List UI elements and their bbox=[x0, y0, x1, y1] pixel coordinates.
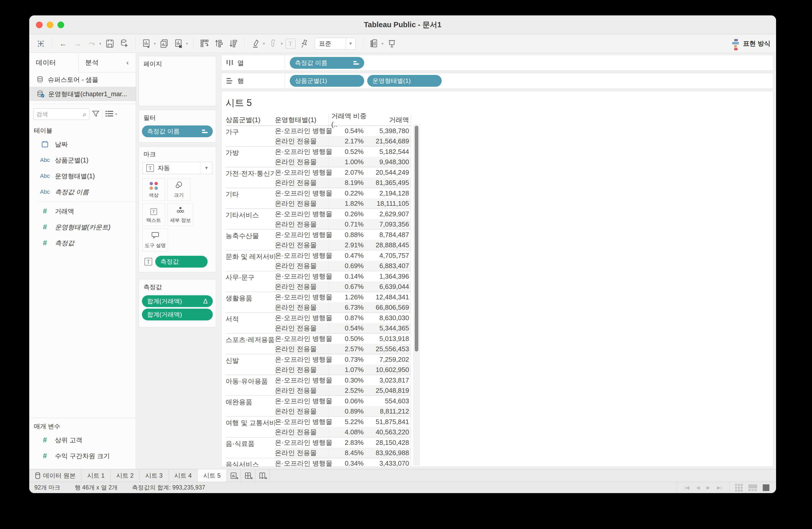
field-row[interactable]: 날짜 bbox=[29, 136, 136, 152]
view-as-caret-icon[interactable]: ▾ bbox=[115, 112, 117, 116]
measure-value-pill[interactable]: 합계(거래액)Δ bbox=[142, 295, 213, 307]
mark-type-select[interactable]: T 자동 ▼ bbox=[142, 162, 212, 174]
nav-prev-icon[interactable]: ◀ bbox=[696, 485, 700, 490]
table-row[interactable]: 온·오프라인 병행몰0.52%5,182,544 bbox=[275, 146, 411, 157]
fit-mode-select[interactable]: 표준 ▼ bbox=[315, 38, 356, 49]
duplicate-sheet-button[interactable] bbox=[158, 38, 170, 49]
table-row[interactable]: 온·오프라인 병행몰0.26%2,629,907 bbox=[275, 209, 411, 219]
field-row[interactable]: #측정값 bbox=[29, 235, 136, 251]
table-row[interactable]: 온라인 전용몰0.54%5,344,365 bbox=[275, 323, 411, 333]
table-row[interactable]: 온라인 전용몰4.08%40,563,220 bbox=[275, 427, 411, 437]
replay-button[interactable]: ⤳ bbox=[86, 38, 98, 49]
filter-fields-icon[interactable] bbox=[92, 110, 100, 119]
table-row[interactable]: 온·오프라인 병행몰0.88%8,784,487 bbox=[275, 230, 411, 240]
show-cards-view-icon[interactable] bbox=[735, 484, 743, 491]
marks-measure-pill[interactable]: 측정값 bbox=[155, 256, 208, 268]
table-row[interactable]: 온·오프라인 병행몰0.54%5,398,780 bbox=[275, 126, 411, 136]
columns-shelf[interactable]: 열 측정값 이름 bbox=[221, 55, 773, 71]
vertical-scrollbar[interactable] bbox=[414, 124, 420, 465]
table-category-cell[interactable]: 음식서비스 bbox=[226, 458, 275, 467]
pin-button[interactable] bbox=[298, 38, 310, 49]
show-me-button[interactable]: 표현 방식 bbox=[743, 39, 770, 48]
pages-card[interactable]: 페이지 bbox=[139, 56, 216, 106]
clear-sheet-button[interactable] bbox=[173, 38, 185, 49]
table-row[interactable]: 온·오프라인 병행몰0.47%4,705,757 bbox=[275, 250, 411, 261]
table-row[interactable]: 온·오프라인 병행몰5.22%51,875,841 bbox=[275, 417, 411, 427]
show-mark-labels-caret-icon[interactable]: ▾ bbox=[382, 41, 384, 46]
nav-next-icon[interactable]: ▶ bbox=[707, 485, 710, 490]
sort-descending-button[interactable] bbox=[227, 38, 239, 49]
mark-button-color[interactable]: 색상 bbox=[142, 178, 165, 201]
table-row[interactable]: 온라인 전용몰1.07%10,602,950 bbox=[275, 365, 411, 375]
view-as-list-icon[interactable] bbox=[105, 110, 114, 118]
columns-shelf-pill[interactable]: 측정값 이름 bbox=[290, 57, 364, 69]
table-row[interactable]: 온라인 전용몰8.19%81,365,495 bbox=[275, 178, 411, 188]
sheet-tab-시트4[interactable]: 시트 4 bbox=[169, 469, 198, 482]
data-source-item[interactable]: 운영형태별(chapter1_mar... bbox=[29, 87, 136, 101]
table-row[interactable]: 온·오프라인 병행몰0.34%3,433,070 bbox=[275, 458, 411, 467]
table-category-cell[interactable]: 기타 bbox=[226, 188, 275, 209]
table-category-cell[interactable]: 가방 bbox=[226, 146, 275, 167]
table-row[interactable]: 온라인 전용몰2.91%28,888,445 bbox=[275, 240, 411, 250]
add-data-button[interactable] bbox=[118, 38, 130, 49]
presentation-mode-button[interactable] bbox=[386, 38, 398, 49]
table-row[interactable]: 온라인 전용몰8.45%83,926,988 bbox=[275, 448, 411, 458]
table-row[interactable]: 온·오프라인 병행몰1.26%12,484,341 bbox=[275, 292, 411, 302]
filters-card[interactable]: 필터 측정값 이름 bbox=[139, 110, 216, 143]
collapse-pane-icon[interactable]: ‹ bbox=[119, 53, 136, 72]
table-header-category[interactable]: 상품군별(1) bbox=[226, 115, 275, 124]
table-category-cell[interactable]: 가구 bbox=[226, 126, 275, 146]
table-row[interactable]: 온·오프라인 병행몰0.22%2,194,128 bbox=[275, 188, 411, 198]
table-row[interactable]: 온·오프라인 병행몰0.06%554,603 bbox=[275, 396, 411, 406]
table-category-cell[interactable]: 농축수산물 bbox=[226, 230, 275, 250]
parameter-row[interactable]: #수익 구간차원 크기 bbox=[29, 448, 136, 464]
table-row[interactable]: 온·오프라인 병행몰2.07%20,544,249 bbox=[275, 167, 411, 178]
field-row[interactable]: Abc상품군별(1) bbox=[29, 152, 136, 168]
vertical-scrollbar-thumb[interactable] bbox=[415, 126, 418, 351]
table-category-cell[interactable]: 스포츠·레저용품 bbox=[226, 334, 275, 354]
tab-data[interactable]: 데이터 bbox=[29, 53, 78, 72]
new-worksheet-caret-icon[interactable]: ▾ bbox=[154, 41, 156, 46]
field-row[interactable]: Abc측정값 이름 bbox=[29, 184, 136, 200]
nav-last-icon[interactable]: ▶| bbox=[717, 485, 722, 490]
mark-button-text[interactable]: T텍스트 bbox=[142, 203, 165, 226]
sheet-tab-시트5[interactable]: 시트 5 bbox=[198, 469, 227, 482]
field-row[interactable]: #운영형태별(카운트) bbox=[29, 219, 136, 235]
highlight-caret-icon[interactable]: ▾ bbox=[263, 41, 265, 46]
table-row[interactable]: 온라인 전용몰2.57%25,556,453 bbox=[275, 344, 411, 354]
table-row[interactable]: 온·오프라인 병행몰0.30%3,023,817 bbox=[275, 375, 411, 385]
table-row[interactable]: 온라인 전용몰0.69%6,883,407 bbox=[275, 261, 411, 271]
maximize-window-button[interactable] bbox=[57, 21, 64, 28]
sheet-tab-시트3[interactable]: 시트 3 bbox=[140, 469, 169, 482]
table-category-cell[interactable]: 애완용품 bbox=[226, 396, 275, 416]
sheet-tab-시트2[interactable]: 시트 2 bbox=[111, 469, 140, 482]
parameter-row[interactable]: #상위 고객 bbox=[29, 432, 136, 448]
table-category-cell[interactable]: 기타서비스 bbox=[226, 209, 275, 229]
rows-shelf[interactable]: 행 상품군별(1)운영형태별(1) bbox=[221, 73, 773, 89]
measure-values-card[interactable]: 측정값 합계(거래액)Δ합계(거래액) bbox=[139, 279, 216, 327]
table-category-cell[interactable]: 신발 bbox=[226, 354, 275, 375]
show-filmstrip-view-icon[interactable] bbox=[748, 484, 757, 491]
mark-button-tooltip[interactable]: 도구 설명 bbox=[142, 229, 168, 251]
table-category-cell[interactable]: 서적 bbox=[226, 313, 275, 333]
tableau-logo-icon[interactable] bbox=[35, 38, 47, 49]
clear-sheet-caret-icon[interactable]: ▾ bbox=[186, 41, 188, 46]
sort-ascending-button[interactable] bbox=[213, 38, 225, 49]
new-worksheet-tab-button[interactable]: + bbox=[227, 469, 241, 482]
show-mark-labels-button[interactable] bbox=[368, 38, 380, 49]
save-button[interactable] bbox=[104, 38, 116, 49]
undo-button[interactable]: ← bbox=[57, 38, 69, 49]
new-dashboard-tab-button[interactable]: + bbox=[241, 469, 255, 482]
table-category-cell[interactable]: 아동·유아용품 bbox=[226, 375, 275, 396]
table-category-cell[interactable]: 생활용품 bbox=[226, 292, 275, 312]
rows-shelf-pill[interactable]: 상품군별(1) bbox=[290, 75, 364, 87]
table-category-cell[interactable]: 가전·전자·통신기기 bbox=[226, 167, 275, 188]
table-category-cell[interactable]: 문화 및 레저서비스 bbox=[226, 250, 275, 271]
field-row[interactable]: #거래액 bbox=[29, 203, 136, 219]
table-row[interactable]: 온라인 전용몰2.17%21,564,689 bbox=[275, 136, 411, 146]
search-input[interactable] bbox=[36, 111, 83, 118]
table-row[interactable]: 온·오프라인 병행몰2.83%28,150,428 bbox=[275, 437, 411, 448]
marks-card[interactable]: 마크 T 자동 ▼ 색상크기T텍스트세부 정보도구 설명 T 측정값 bbox=[139, 146, 216, 273]
format-link-caret-icon[interactable]: ▾ bbox=[281, 41, 283, 46]
show-sheet-view-icon[interactable] bbox=[763, 484, 769, 491]
